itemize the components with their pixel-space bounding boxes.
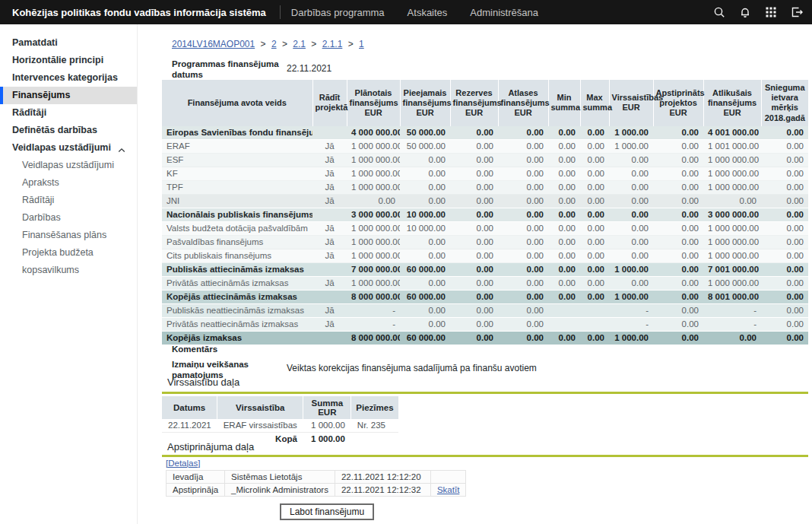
value-cell: - bbox=[609, 303, 653, 317]
column-header: Apstiprināts projektos EUR bbox=[653, 80, 703, 126]
value-cell: 0.00 bbox=[580, 167, 609, 180]
breadcrumb-link[interactable]: 1 bbox=[359, 39, 364, 49]
value-cell: 3 000 000.00 bbox=[703, 208, 761, 221]
notifications-icon[interactable] bbox=[739, 6, 751, 18]
breadcrumb-separator: > bbox=[345, 39, 356, 49]
topbar-menu: Darbības programmaAtskaitesAdministrēšan… bbox=[291, 7, 538, 18]
sidebar-item-finansejums[interactable]: Finansējums bbox=[0, 87, 137, 104]
value-cell: 0.00 bbox=[580, 290, 609, 303]
finance-table: Finansējuma avota veidsRādīt projektāPlā… bbox=[162, 80, 808, 345]
value-cell: 0.00 bbox=[761, 249, 808, 262]
logout-icon[interactable] bbox=[791, 6, 803, 18]
sidebar-item-horizontalie-principi[interactable]: Horizontālie principi bbox=[0, 52, 137, 69]
value-cell: 0.00 bbox=[761, 303, 808, 317]
column-header: Piezīmes bbox=[351, 396, 398, 419]
sidebar-menu: PamatdatiHorizontālie principiIntervence… bbox=[0, 34, 137, 262]
value-cell: 1 000.00 bbox=[609, 126, 653, 140]
view-link[interactable]: Skatīt bbox=[437, 485, 459, 494]
notes-cell: Nr. 235 bbox=[351, 419, 398, 432]
search-icon[interactable] bbox=[713, 6, 725, 18]
sidebar-subitem-veidlapas-uzstadijumi-sub[interactable]: Veidlapas uzstādījumi bbox=[0, 157, 137, 174]
row-label-cell: Publiskās attiecināmās izmaksas bbox=[162, 262, 312, 276]
value-cell: 0.00 bbox=[653, 139, 703, 153]
value-cell: 0.00 bbox=[761, 194, 808, 208]
sidebar-subitem-apraksts[interactable]: Apraksts bbox=[0, 174, 137, 192]
value-cell: 0.00 bbox=[450, 235, 498, 249]
value-cell bbox=[312, 126, 347, 140]
value-cell: 0.00 bbox=[653, 276, 703, 290]
value-cell: 1 000 000.00 bbox=[703, 221, 761, 235]
value-cell: 60 000.00 bbox=[400, 331, 450, 345]
breadcrumb-link[interactable]: 2 bbox=[271, 39, 277, 49]
sidebar-subitem-darbibas[interactable]: Darbības bbox=[0, 209, 137, 227]
empty-cell bbox=[351, 432, 398, 445]
value-cell: 0.00 bbox=[400, 235, 450, 249]
sidebar-item-veidlapas-uzstadijumi[interactable]: Veidlapas uzstādījumi bbox=[0, 139, 137, 157]
row-label-cell: ESF bbox=[162, 153, 312, 167]
value-cell bbox=[312, 208, 347, 221]
sidebar-subitem-projekta-budzeta-kopsavilkums[interactable]: Projekta budžeta kopsavilkums bbox=[0, 244, 137, 262]
sidebar-item-definetas-darbibas[interactable]: Definētās darbības bbox=[0, 122, 137, 139]
sidebar-subitem-finansesanas-plans[interactable]: Finansēšanas plāns bbox=[0, 227, 137, 244]
value-cell: 1 000 000.00 bbox=[347, 180, 400, 194]
value-cell: 0.00 bbox=[548, 153, 580, 167]
value-cell: 0.00 bbox=[653, 153, 703, 167]
value-cell: Jā bbox=[312, 235, 347, 249]
value-cell: 0.00 bbox=[548, 126, 580, 140]
topbar-menu-item[interactable]: Atskaites bbox=[408, 7, 448, 18]
value-cell: 0.00 bbox=[761, 180, 808, 194]
value-cell: 0.00 bbox=[548, 167, 580, 180]
value-cell: 0.00 bbox=[450, 276, 498, 290]
value-cell: 0.00 bbox=[450, 194, 498, 208]
edit-financing-button[interactable]: Labot finansējumu bbox=[280, 503, 374, 520]
value-cell bbox=[312, 331, 347, 345]
value-cell: 0.00 bbox=[498, 331, 548, 345]
approval-row: Apstiprināja_Microlink Administrators22.… bbox=[167, 484, 466, 497]
breadcrumb-link[interactable]: 2014LV16MAOP001 bbox=[172, 39, 255, 49]
sidebar-item-raditaji[interactable]: Rādītāji bbox=[0, 104, 137, 122]
value-cell: 10 000.00 bbox=[400, 221, 450, 235]
virssaistiba-cell: ERAF virssaistības bbox=[217, 419, 303, 432]
row-label-cell: Publiskās neattiecināmās izmaksas bbox=[162, 303, 312, 317]
value-cell: 1 001 000.00 bbox=[703, 139, 761, 153]
row-label-cell: Nacionālais publiskais finansējums bbox=[162, 208, 312, 221]
breadcrumb-link[interactable]: 2.1.1 bbox=[322, 39, 343, 49]
value-cell: 0.00 bbox=[580, 208, 609, 221]
sidebar-item-pamatdati[interactable]: Pamatdati bbox=[0, 34, 137, 52]
value-cell: 0.00 bbox=[450, 139, 498, 153]
column-header: Snieguma ietvara mērķis 2018.gadā bbox=[761, 80, 808, 126]
approval-cell: Ievadīja bbox=[167, 471, 225, 484]
details-link[interactable]: [Detaļas] bbox=[166, 459, 200, 468]
value-cell: 1 000 000.00 bbox=[347, 249, 400, 262]
value-cell: 0.00 bbox=[450, 303, 498, 317]
sidebar-item-intervences-kategorijas[interactable]: Intervences kategorijas bbox=[0, 69, 137, 87]
column-header: Summa EUR bbox=[303, 396, 351, 419]
breadcrumb-link[interactable]: 2.1 bbox=[293, 39, 306, 49]
sidebar-subitem-raditaji-sub[interactable]: Rādītāji bbox=[0, 192, 137, 209]
breadcrumb-separator: > bbox=[280, 39, 290, 49]
value-cell: Jā bbox=[312, 153, 347, 167]
value-cell: Jā bbox=[312, 249, 347, 262]
value-cell: Jā bbox=[312, 139, 347, 153]
column-header: Atlases finansējums EUR bbox=[498, 80, 548, 126]
value-cell: - bbox=[609, 317, 653, 331]
app-switcher-icon[interactable] bbox=[765, 6, 777, 18]
finance-table-row: Kopējās izmaksas8 000 000.0060 000.000.0… bbox=[162, 331, 808, 345]
value-cell: 0.00 bbox=[400, 180, 450, 194]
topbar-menu-item[interactable]: Darbības programma bbox=[291, 7, 385, 18]
virssaistibas-row: 22.11.2021ERAF virssaistības1 000.00Nr. … bbox=[162, 419, 398, 432]
value-cell: 1 000 000.00 bbox=[347, 153, 400, 167]
finance-table-header-row: Finansējuma avota veidsRādīt projektāPlā… bbox=[162, 80, 808, 126]
value-cell bbox=[312, 262, 347, 276]
value-cell bbox=[580, 303, 609, 317]
column-header: Max summa bbox=[580, 80, 609, 126]
value-cell: 0.00 bbox=[609, 235, 653, 249]
value-cell: 0.00 bbox=[653, 235, 703, 249]
topbar-menu-item[interactable]: Administrēšana bbox=[470, 7, 538, 18]
value-cell: Jā bbox=[312, 194, 347, 208]
value-cell: Jā bbox=[312, 221, 347, 235]
value-cell: 1 000 000.00 bbox=[703, 153, 761, 167]
value-cell: 1 000.00 bbox=[609, 290, 653, 303]
value-cell: 0.00 bbox=[580, 262, 609, 276]
value-cell: 0.00 bbox=[400, 303, 450, 317]
